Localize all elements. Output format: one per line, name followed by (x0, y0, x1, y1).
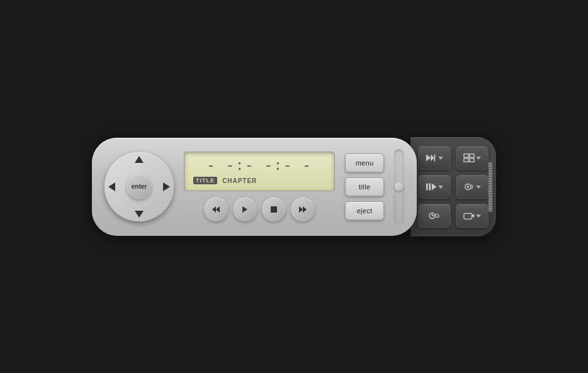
svg-marker-6 (426, 154, 431, 161)
lcd-display: - -:- -:- - TITLE CHAPTER (184, 152, 335, 191)
svg-marker-15 (432, 183, 436, 190)
rewind-icon (211, 205, 221, 214)
play-step-button[interactable] (418, 146, 451, 170)
slow-motion-icon (429, 211, 440, 221)
svg-point-19 (436, 214, 439, 217)
chevron-down-icon (438, 157, 443, 160)
pause-step-icon (426, 182, 437, 192)
eject-label: eject (357, 207, 373, 214)
play-button[interactable] (233, 198, 257, 221)
dpad-right-arrow (163, 182, 170, 191)
svg-marker-0 (212, 206, 216, 213)
forward-icon (298, 205, 308, 214)
title-button[interactable]: title (345, 177, 384, 196)
lcd-labels: TITLE CHAPTER (193, 177, 325, 184)
chevron-down-icon-5 (476, 214, 481, 218)
pause-step-button[interactable] (418, 175, 451, 199)
dpad-section: enter (105, 152, 174, 221)
svg-rect-10 (470, 153, 474, 157)
transport-controls (204, 198, 315, 221)
chevron-down-icon-3 (438, 186, 443, 189)
svg-marker-1 (216, 206, 220, 213)
title-label: title (359, 183, 371, 191)
chevron-down-icon-4 (476, 186, 481, 189)
volume-slider[interactable] (394, 149, 404, 225)
svg-marker-4 (299, 206, 303, 213)
chapters-button[interactable] (456, 146, 489, 170)
chapters-icon (463, 153, 475, 163)
rewind-button[interactable] (204, 198, 228, 221)
play-icon (240, 205, 249, 214)
dpad-right-button[interactable] (163, 182, 170, 191)
lcd-time: - -:- -:- - (193, 159, 325, 174)
slider-knob (395, 182, 404, 191)
drag-handle (489, 162, 492, 212)
dpad-left-button[interactable] (108, 182, 115, 191)
dpad-left-arrow (108, 182, 115, 191)
svg-point-17 (466, 186, 469, 188)
dpad: enter (105, 152, 174, 221)
dpad-up-arrow (135, 156, 144, 163)
lcd-title-label: TITLE (193, 177, 217, 184)
slow-motion-button[interactable] (418, 204, 451, 228)
dark-panel (410, 137, 496, 237)
forward-button[interactable] (291, 198, 315, 221)
menu-button[interactable]: menu (345, 153, 384, 172)
dpad-up-button[interactable] (135, 156, 144, 163)
remote-main-body: enter - -:- -:- - TITLE CHAPTER (92, 138, 417, 236)
audio-button[interactable] (456, 175, 489, 199)
enter-label: enter (132, 183, 147, 190)
dvd-remote: enter - -:- -:- - TITLE CHAPTER (92, 137, 496, 237)
audio-icon (463, 182, 475, 192)
stop-button[interactable] (262, 198, 286, 221)
svg-rect-11 (464, 158, 468, 161)
svg-rect-12 (470, 158, 474, 161)
svg-rect-20 (464, 213, 472, 219)
eject-button[interactable]: eject (345, 201, 384, 220)
svg-marker-2 (242, 206, 247, 213)
lcd-chapter-label: CHAPTER (222, 177, 257, 184)
svg-marker-7 (431, 154, 434, 161)
menu-label: menu (356, 159, 374, 167)
svg-rect-3 (271, 206, 277, 213)
play-step-icon (426, 153, 437, 163)
svg-marker-5 (303, 206, 307, 213)
dpad-down-button[interactable] (135, 211, 144, 218)
dpad-down-arrow (135, 211, 144, 218)
right-buttons: menu title eject (345, 153, 384, 220)
enter-button[interactable]: enter (127, 174, 152, 199)
camera-button[interactable] (456, 204, 489, 228)
camera-icon (463, 211, 475, 221)
chevron-down-icon-2 (476, 157, 481, 160)
display-section: - -:- -:- - TITLE CHAPTER (184, 152, 335, 221)
stop-icon (270, 206, 278, 213)
svg-rect-9 (464, 153, 468, 157)
svg-rect-14 (429, 183, 431, 190)
svg-rect-13 (426, 183, 428, 190)
